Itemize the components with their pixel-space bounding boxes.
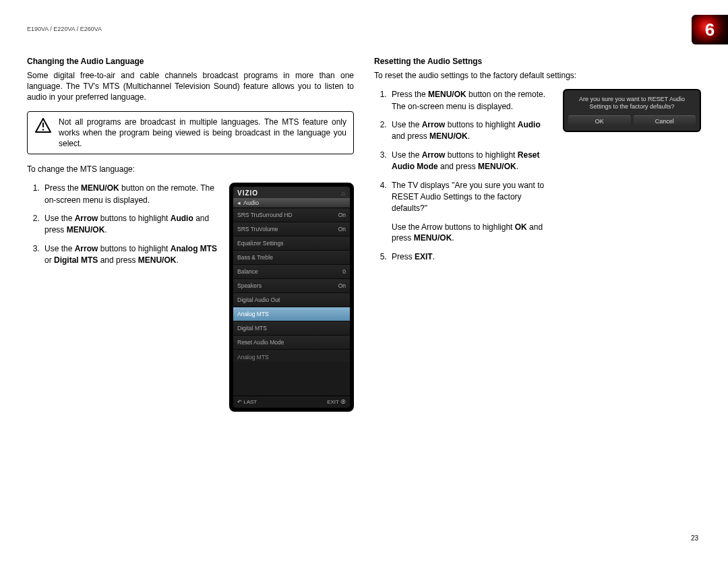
- osd-row: Equalizer Settings: [233, 237, 350, 251]
- chapter-tab: 6: [692, 15, 728, 44]
- column-left: Changing the Audio Language Some digital…: [27, 57, 354, 412]
- manual-page: E190VA / E220VA / E260VA 6 Changing the …: [0, 0, 728, 562]
- page-number: 23: [691, 534, 698, 542]
- osd-brand: VIZIO: [237, 189, 258, 197]
- dialog-text: Are you sure you want to RESET Audio Set…: [567, 93, 697, 115]
- osd-row: SRS TruVolumeOn: [233, 222, 350, 237]
- osd-row: Reset Audio Mode: [233, 336, 350, 350]
- osd-row: Digital Audio Out: [233, 293, 350, 307]
- dialog-cancel-button[interactable]: Cancel: [634, 115, 696, 127]
- intro-audio-language: Some digital free-to-air and cable chann…: [27, 70, 354, 103]
- osd-rows: SRS TruSurround HDOnSRS TruVolumeOnEqual…: [233, 208, 350, 350]
- reset-confirm-dialog: Are you sure you want to RESET Audio Set…: [563, 89, 701, 132]
- svg-point-1: [42, 129, 44, 130]
- heading-reset-audio: Resetting the Audio Settngs: [374, 57, 701, 66]
- steps-audio-language: Press the MENU/OK button on the remote. …: [27, 183, 221, 266]
- osd-row: Bass & Treble: [233, 251, 350, 265]
- rstep-3: Use the Arrow buttons to highlight Reset…: [389, 150, 553, 173]
- dialog-ok-button[interactable]: OK: [568, 115, 631, 127]
- step-1: Press the MENU/OK button on the remote. …: [42, 183, 221, 206]
- heading-audio-language: Changing the Audio Language: [27, 57, 354, 66]
- lead-text: To change the MTS language:: [27, 164, 354, 175]
- osd-row: Balance0: [233, 265, 350, 279]
- osd-footer-last: ↶ LAST: [237, 399, 257, 405]
- rstep-1: Press the MENU/OK button on the remote. …: [389, 89, 553, 113]
- step-2: Use the Arrow buttons to highlight Audio…: [42, 213, 221, 237]
- osd-row: SpeakersOn: [233, 279, 350, 293]
- intro-reset-audio: To reset the audio settings to the facto…: [374, 70, 701, 81]
- warning-icon: [34, 118, 52, 133]
- rstep-2: Use the Arrow buttons to highlight Audio…: [389, 119, 553, 143]
- model-number: E190VA / E220VA / E260VA: [27, 26, 102, 32]
- osd-row: Analog MTS: [233, 307, 350, 321]
- back-arrow-icon: ◂: [237, 199, 241, 206]
- osd-tab-audio: ◂ Audio: [233, 198, 350, 208]
- note-box: Not all programs are broadcast in multip…: [27, 111, 354, 155]
- rstep-5: Press EXIT.: [389, 251, 553, 263]
- osd-row: SRS TruSurround HDOn: [233, 208, 350, 222]
- osd-section-label: Analog MTS: [233, 350, 350, 362]
- step-3: Use the Arrow buttons to highlight Analo…: [42, 243, 221, 267]
- rstep-4: The TV displays "Are you sure you want t…: [389, 180, 553, 244]
- steps-reset-audio: Press the MENU/OK button on the remote. …: [374, 89, 553, 263]
- home-icon: ⌂: [342, 190, 346, 197]
- osd-footer-exit: EXIT ⦿: [327, 399, 346, 405]
- note-text: Not all programs are broadcast in multip…: [59, 117, 346, 150]
- column-right: Resetting the Audio Settngs To reset the…: [374, 57, 701, 412]
- osd-audio-menu: VIZIO ⌂ ◂ Audio SRS TruSurround HDOnSRS …: [229, 183, 354, 412]
- osd-row: Digital MTS: [233, 321, 350, 336]
